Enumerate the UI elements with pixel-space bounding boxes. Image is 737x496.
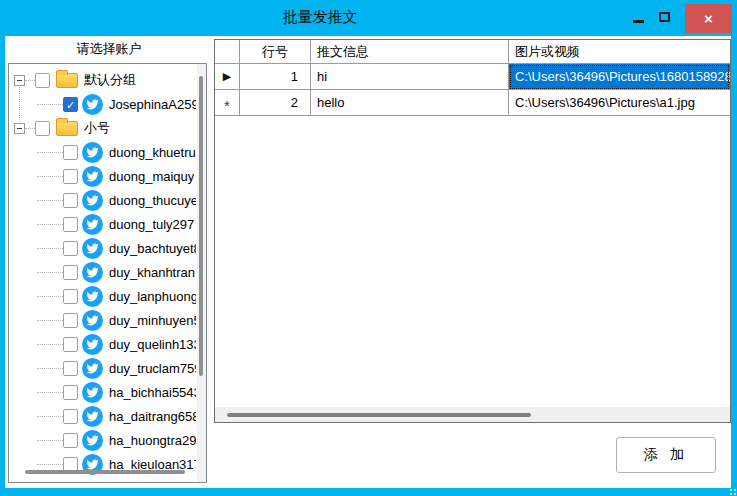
collapse-toggle-icon[interactable] [14,123,25,134]
node-checkbox[interactable] [63,169,78,184]
tree-connector [25,80,35,81]
tree-node[interactable]: duy_truclam759 [9,356,196,380]
grid-row[interactable]: * 2 hello C:\Users\36496\Pictures\a1.jpg [215,90,730,116]
close-button[interactable]: × [685,4,732,33]
add-button[interactable]: 添 加 [616,437,716,473]
twitter-icon [82,262,103,283]
node-checkbox[interactable] [35,73,50,88]
node-checkbox[interactable] [63,289,78,304]
node-label[interactable]: duong_thucuye [109,193,196,208]
account-panel-title: 请选择账户 [5,36,213,62]
node-label[interactable]: 小号 [84,119,110,137]
twitter-icon [82,190,103,211]
tree-vertical-scrollbar[interactable] [197,64,206,482]
tree-connector [37,320,63,321]
tree-node[interactable]: duy_quelinh133 [9,332,196,356]
node-checkbox[interactable] [63,385,78,400]
twitter-icon [82,214,103,235]
node-checkbox[interactable] [63,337,78,352]
tree-node[interactable]: ha_daitrang658 [9,404,196,428]
tree-node[interactable]: duong_khuetru [9,140,196,164]
tree-hscroll-thumb[interactable] [25,470,185,474]
node-label[interactable]: duy_truclam759 [109,361,196,376]
row-header-cell[interactable]: ▶ [215,64,240,90]
node-label[interactable]: ha_bichhai5543 [109,385,196,400]
tree-horizontal-scrollbar[interactable] [11,465,191,479]
grid-hscroll-thumb[interactable] [227,413,531,417]
tree-node[interactable]: JosephinaA259 [9,92,196,116]
twitter-icon [82,382,103,403]
node-checkbox[interactable] [63,433,78,448]
tree-node[interactable]: duong_maiquy [9,164,196,188]
grid-row[interactable]: ▶ 1 hi C:\Users\36496\Pictures\168015892… [215,64,730,90]
cell-tweet-text[interactable]: hi [311,64,509,90]
cell-row-number[interactable]: 1 [240,64,311,90]
tree-connector [37,224,63,225]
node-checkbox[interactable] [63,361,78,376]
window-title: 批量发推文 [0,8,640,27]
twitter-icon [82,94,103,115]
cell-media-path[interactable]: C:\Users\36496\Pictures\a1.jpg [509,90,730,116]
node-label[interactable]: duong_tuly297 [109,217,194,232]
cell-media-path[interactable]: C:\Users\36496\Pictures\1680158928 [509,64,730,90]
tree-node[interactable]: ha_huongtra29 [9,428,196,452]
tree-node[interactable]: ha_bichhai5543 [9,380,196,404]
node-label[interactable]: duy_khanhtran [109,265,195,280]
tree-node[interactable]: duy_minhuyen5 [9,308,196,332]
tree-connector [37,104,63,105]
node-checkbox[interactable] [63,97,78,112]
collapse-toggle-icon[interactable] [14,75,25,86]
node-checkbox[interactable] [63,241,78,256]
node-label[interactable]: duy_lanphuong [109,289,196,304]
tree-connector [37,176,63,177]
titlebar[interactable]: 批量发推文 × [0,0,737,36]
tree-connector [37,200,63,201]
twitter-icon [82,238,103,259]
tree-node[interactable]: duy_lanphuong [9,284,196,308]
col-header-row-number[interactable]: 行号 [240,40,311,64]
tree-node[interactable]: 默认分组 [9,68,196,92]
node-label[interactable]: duy_quelinh133 [109,337,196,352]
tree-connector [37,368,63,369]
col-header-tweet[interactable]: 推文信息 [311,40,509,64]
node-checkbox[interactable] [63,313,78,328]
node-label[interactable]: duy_bachtuyet8 [109,241,196,256]
tree-node[interactable]: duy_khanhtran [9,260,196,284]
node-checkbox[interactable] [63,145,78,160]
tree-connector [37,440,63,441]
node-label[interactable]: ha_huongtra29 [109,433,196,448]
maximize-button[interactable] [651,0,677,34]
tree-node[interactable]: duy_bachtuyet8 [9,236,196,260]
grid-corner-header[interactable] [215,40,240,64]
tree-connector [37,272,63,273]
twitter-icon [82,286,103,307]
grid-horizontal-scrollbar[interactable] [215,407,730,422]
tree-vscroll-thumb[interactable] [199,76,203,376]
tree-list: 默认分组 JosephinaA259 [9,68,196,476]
tree-node[interactable]: duong_tuly297 [9,212,196,236]
node-label[interactable]: 默认分组 [84,71,136,89]
node-checkbox[interactable] [63,193,78,208]
node-checkbox[interactable] [63,409,78,424]
row-header-cell[interactable]: * [215,90,240,116]
node-label[interactable]: JosephinaA259 [109,97,196,112]
node-label[interactable]: duong_khuetru [109,145,196,160]
account-panel: 请选择账户 默认分组 [5,36,213,488]
node-checkbox[interactable] [35,121,50,136]
node-checkbox[interactable] [63,217,78,232]
tree-node[interactable]: 小号 [9,116,196,140]
tree-node[interactable]: duong_thucuye [9,188,196,212]
node-label[interactable]: ha_daitrang658 [109,409,196,424]
col-header-media[interactable]: 图片或视频 [509,40,730,64]
account-tree: 默认分组 JosephinaA259 [8,63,207,483]
node-label[interactable]: duy_minhuyen5 [109,313,196,328]
node-checkbox[interactable] [63,265,78,280]
minimize-button[interactable] [625,0,651,34]
minimize-icon [633,20,644,23]
cell-tweet-text[interactable]: hello [311,90,509,116]
node-label[interactable]: duong_maiquy [109,169,194,184]
resize-grip[interactable] [728,487,736,495]
cell-row-number[interactable]: 2 [240,90,311,116]
tree-connector [37,416,63,417]
row-indicator-icon: * [224,103,230,109]
